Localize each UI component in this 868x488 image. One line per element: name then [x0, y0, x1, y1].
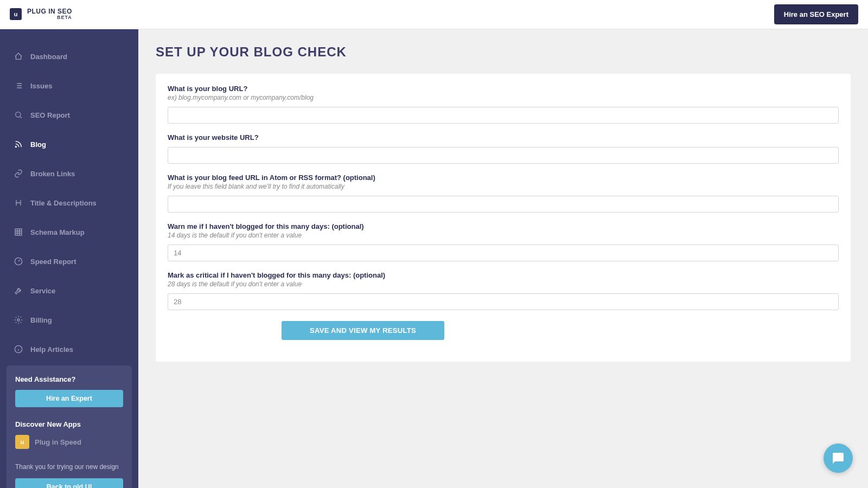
sidebar-item-label: Billing	[30, 316, 52, 324]
sidebar-item-billing[interactable]: Billing	[0, 310, 138, 330]
critical-days-input[interactable]	[168, 293, 839, 310]
top-header: u PLUG IN SEO BETA Hire an SEO Expert	[0, 0, 868, 29]
critical-days-label: Mark as critical if I haven't blogged fo…	[168, 271, 839, 279]
sidebar-item-label: Issues	[30, 82, 52, 90]
website-url-label: What is your website URL?	[168, 133, 839, 142]
warn-days-hint: 14 days is the default if you don't ente…	[168, 232, 839, 239]
blog-url-hint: ex) blog.mycompany.com or mycompany.com/…	[168, 94, 839, 101]
feed-url-label: What is your blog feed URL in Atom or RS…	[168, 174, 839, 182]
sidebar-item-title-descriptions[interactable]: Title & Descriptions	[0, 193, 138, 213]
form-card: What is your blog URL? ex) blog.mycompan…	[156, 74, 851, 362]
warn-days-label: Warn me if I haven't blogged for this ma…	[168, 222, 839, 230]
grid-icon	[14, 228, 23, 236]
info-icon	[14, 345, 23, 354]
sidebar-item-label: Blog	[30, 140, 46, 149]
save-and-view-results-button[interactable]: SAVE AND VIEW MY RESULTS	[282, 321, 444, 340]
heading-icon	[14, 198, 23, 207]
logo-text: PLUG IN SEO BETA	[27, 8, 72, 21]
page-title: SET UP YOUR BLOG CHECK	[156, 44, 851, 60]
sidebar-item-label: Help Articles	[30, 345, 73, 354]
assist-title: Need Assistance?	[15, 375, 123, 383]
search-icon	[14, 111, 23, 119]
logo-mark-icon: u	[10, 8, 22, 20]
svg-rect-2	[15, 229, 22, 235]
sidebar-item-speed-report[interactable]: Speed Report	[0, 252, 138, 271]
discover-app-link[interactable]: u Plug in Speed	[15, 435, 123, 449]
critical-days-hint: 28 days is the default if you don't ente…	[168, 280, 839, 288]
sidebar-item-label: SEO Report	[30, 111, 70, 119]
main-content: SET UP YOUR BLOG CHECK What is your blog…	[138, 29, 868, 488]
sidebar-nav: Dashboard Issues SEO Report Blog Broken …	[0, 29, 138, 359]
home-icon	[14, 52, 23, 61]
warn-days-input[interactable]	[168, 245, 839, 261]
svg-point-1	[15, 146, 16, 147]
sidebar-item-label: Title & Descriptions	[30, 199, 97, 207]
wrench-icon	[14, 286, 23, 295]
back-to-old-ui-button[interactable]: Back to old UI	[15, 478, 123, 488]
sidebar: Dashboard Issues SEO Report Blog Broken …	[0, 29, 138, 488]
blog-url-label: What is your blog URL?	[168, 85, 839, 93]
gear-icon	[14, 316, 23, 324]
chat-icon	[832, 452, 845, 465]
hire-expert-button[interactable]: Hire an Expert	[15, 390, 123, 407]
svg-point-3	[17, 319, 20, 321]
rss-icon	[14, 140, 23, 149]
gauge-icon	[14, 257, 23, 266]
list-icon	[14, 81, 23, 90]
sidebar-item-label: Broken Links	[30, 170, 75, 178]
field-blog-url: What is your blog URL? ex) blog.mycompan…	[168, 85, 839, 124]
link-icon	[14, 169, 23, 178]
sidebar-item-label: Dashboard	[30, 53, 67, 61]
field-feed-url: What is your blog feed URL in Atom or RS…	[168, 174, 839, 213]
discover-title: Discover New Apps	[15, 420, 123, 428]
website-url-input[interactable]	[168, 147, 839, 164]
logo[interactable]: u PLUG IN SEO BETA	[10, 8, 72, 21]
panel-note: Thank you for trying our new design	[15, 462, 123, 472]
sidebar-item-dashboard[interactable]: Dashboard	[0, 47, 138, 66]
sidebar-item-help-articles[interactable]: Help Articles	[0, 339, 138, 359]
sidebar-item-issues[interactable]: Issues	[0, 76, 138, 95]
field-critical-days: Mark as critical if I haven't blogged fo…	[168, 271, 839, 310]
sidebar-item-service[interactable]: Service	[0, 281, 138, 300]
field-website-url: What is your website URL?	[168, 133, 839, 164]
sidebar-item-label: Service	[30, 287, 55, 295]
plug-in-speed-icon: u	[15, 435, 29, 449]
feed-url-input[interactable]	[168, 196, 839, 213]
svg-point-0	[16, 112, 21, 117]
sidebar-assist-panel: Need Assistance? Hire an Expert Discover…	[7, 365, 132, 488]
sidebar-item-seo-report[interactable]: SEO Report	[0, 105, 138, 125]
sidebar-item-label: Speed Report	[30, 258, 76, 266]
feed-url-hint: If you leave this field blank and we'll …	[168, 183, 839, 190]
chat-fab-button[interactable]	[824, 444, 853, 473]
sidebar-item-blog[interactable]: Blog	[0, 134, 138, 154]
hire-seo-expert-button[interactable]: Hire an SEO Expert	[774, 4, 858, 24]
sidebar-item-broken-links[interactable]: Broken Links	[0, 164, 138, 183]
sidebar-item-label: Schema Markup	[30, 228, 85, 236]
field-warn-days: Warn me if I haven't blogged for this ma…	[168, 222, 839, 261]
sidebar-item-schema-markup[interactable]: Schema Markup	[0, 222, 138, 242]
app-name: Plug in Speed	[35, 438, 81, 446]
blog-url-input[interactable]	[168, 107, 839, 124]
